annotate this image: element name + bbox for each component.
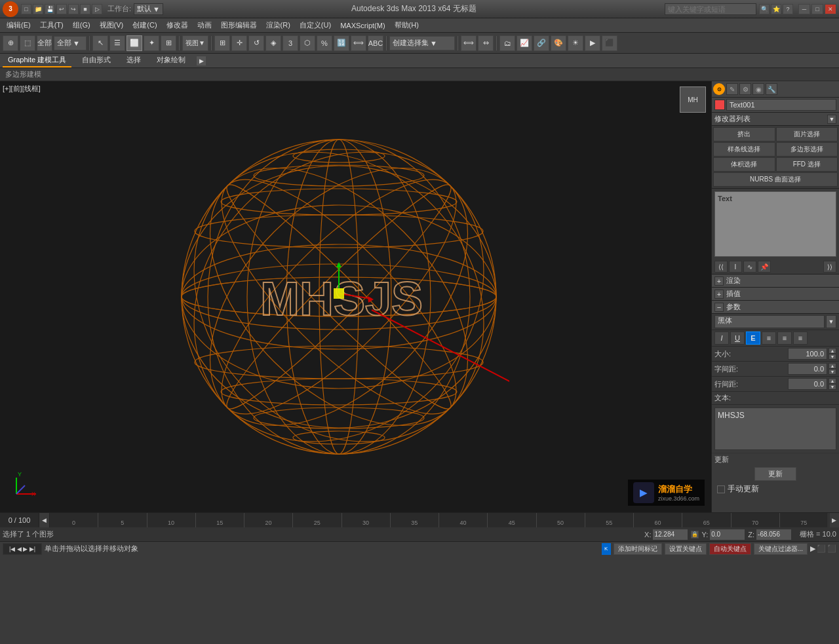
mod-ffd-select[interactable]: FFD 选择 <box>776 157 838 172</box>
display-panel-icon[interactable]: ◉ <box>752 83 764 95</box>
text-input-area[interactable]: MHSJS <box>714 407 836 450</box>
update-button[interactable]: 更新 <box>754 467 796 481</box>
leading-value[interactable]: 0.0 <box>788 378 827 390</box>
minimize-btn[interactable]: ─ <box>798 4 810 14</box>
mini-icon-3[interactable]: ⬛ <box>827 544 836 553</box>
spline-icon[interactable]: ∿ <box>743 261 756 273</box>
prev-icon[interactable]: ⟨⟨ <box>714 261 728 273</box>
align-btn[interactable]: ⇔ <box>478 35 494 51</box>
select-object[interactable]: ↖ <box>92 35 108 51</box>
percent-tool[interactable]: % <box>317 35 332 51</box>
mod-extrude[interactable]: 挤出 <box>713 127 775 142</box>
align-right[interactable]: ≡ <box>793 331 808 345</box>
lock-icon[interactable]: 🔒 <box>691 531 699 539</box>
render-last[interactable]: ⬛ <box>602 35 617 51</box>
playback-controls[interactable]: |◀ ◀ ▶ ▶| <box>3 543 42 555</box>
modify-panel-icon[interactable]: ✎ <box>726 83 738 95</box>
tracking-value[interactable]: 0.0 <box>788 363 827 375</box>
style-italic[interactable]: I <box>714 331 729 345</box>
size-down[interactable]: ▼ <box>829 354 836 360</box>
rotate-tool[interactable]: ↺ <box>248 35 264 51</box>
render-section-header[interactable]: + 渲染 <box>712 275 839 288</box>
move-tool[interactable]: ✛ <box>231 35 247 51</box>
align-center[interactable]: ≡ <box>777 331 792 345</box>
interpolation-section-header[interactable]: + 插值 <box>712 288 839 301</box>
object-name-field[interactable] <box>726 99 836 111</box>
mod-nurbs-select[interactable]: NURBS 曲面选择 <box>713 172 838 187</box>
utility-panel-icon[interactable]: 🔧 <box>766 83 777 95</box>
mini-icon-1[interactable]: ▶ <box>810 544 815 553</box>
autokey-btn[interactable]: 自动关键点 <box>709 543 751 555</box>
x-input[interactable]: 12.284 <box>652 529 688 540</box>
tab-freeform[interactable]: 自由形式 <box>77 54 116 67</box>
timeline-prev-btn[interactable]: ◀ <box>39 513 50 527</box>
mod-patch-select[interactable]: 面片选择 <box>776 127 838 142</box>
modifier-list-arrow[interactable]: ▼ <box>827 115 836 124</box>
select-tool[interactable]: ⊕ <box>3 35 18 51</box>
undo-icon[interactable]: ↩ <box>56 4 67 14</box>
size-value[interactable]: 100.0 <box>788 348 827 360</box>
render-frame[interactable]: ▶ <box>585 35 600 51</box>
pin-icon[interactable]: 📌 <box>758 261 771 273</box>
set-keyframe-btn[interactable]: 设置关键点 <box>665 543 707 555</box>
redo-icon[interactable]: ↪ <box>68 4 79 14</box>
modifier-list-header[interactable]: 修改器列表 ▼ <box>712 113 839 126</box>
select-all[interactable]: 全部 <box>37 35 52 51</box>
mini-icon-2[interactable]: ⬛ <box>817 544 826 553</box>
scale-tool[interactable]: ◈ <box>265 35 281 51</box>
menu-group[interactable]: 组(G) <box>69 19 94 31</box>
rz-tool[interactable]: 3 <box>283 35 298 51</box>
snap-toggle[interactable]: ⊞ <box>214 35 230 51</box>
mirror-btn[interactable]: ⟺ <box>461 35 477 51</box>
style-underline[interactable]: U <box>730 331 745 345</box>
font-dropdown[interactable]: 黑体 <box>714 315 825 328</box>
menu-modifiers[interactable]: 修改器 <box>163 19 192 31</box>
menu-help[interactable]: 帮助(H) <box>391 19 423 31</box>
y-input[interactable]: 0.0 <box>709 529 745 540</box>
open-icon[interactable]: 📁 <box>33 4 43 14</box>
region-select[interactable]: ⬚ <box>20 35 35 51</box>
menu-tools[interactable]: 工具(T) <box>36 19 68 31</box>
render-setup[interactable]: ☀ <box>568 35 583 51</box>
mod-vol-select[interactable]: 体积选择 <box>713 157 775 172</box>
leading-up[interactable]: ▲ <box>829 378 836 384</box>
motion-panel-icon[interactable]: ⊙ <box>713 83 725 95</box>
spinner-snaps[interactable]: 🔢 <box>334 35 349 51</box>
keyframe-indicator[interactable]: K <box>602 543 611 555</box>
rect-select[interactable]: ⬜ <box>127 35 142 51</box>
align-left[interactable]: ≡ <box>762 331 776 345</box>
search-icon[interactable]: 🔍 <box>759 4 770 14</box>
fetch-icon[interactable]: ▷ <box>92 4 102 14</box>
filter-dropdown[interactable]: Graphite 建模工具 全部 ▼ <box>54 36 87 50</box>
menu-animation[interactable]: 动画 <box>193 19 216 31</box>
font-arrow[interactable]: ▼ <box>826 315 836 328</box>
mod-poly-select[interactable]: 多边形选择 <box>776 142 838 157</box>
view-dropdown[interactable]: 视图▼ <box>182 35 208 51</box>
select-by-name[interactable]: ☰ <box>109 35 125 51</box>
timeline-counter[interactable]: 0 / 100 <box>0 513 39 527</box>
pivot-tool[interactable]: ⬡ <box>300 35 315 51</box>
curve-editor[interactable]: 📈 <box>517 35 532 51</box>
tab-graphite[interactable]: Graphite 建模工具 <box>3 54 71 67</box>
schematic-view[interactable]: 🔗 <box>534 35 549 51</box>
object-color-btn[interactable] <box>714 100 725 110</box>
new-icon[interactable]: □ <box>21 4 31 14</box>
close-btn[interactable]: ✕ <box>825 4 836 14</box>
paint-select[interactable]: ⊞ <box>161 35 176 51</box>
menu-maxscript[interactable]: MAXScript(M) <box>336 20 389 31</box>
toolbar2-arrow[interactable]: ▶ <box>196 56 206 66</box>
bookmark-icon[interactable]: ⭐ <box>771 4 781 14</box>
mirror-tool[interactable]: ⟺ <box>351 35 366 51</box>
menu-create[interactable]: 创建(C) <box>128 19 161 31</box>
style-bold-e[interactable]: E <box>746 331 760 345</box>
timeline-next-btn[interactable]: ▶ <box>829 513 839 527</box>
add-time-tag-btn[interactable]: 添加时间标记 <box>614 543 662 555</box>
timeline-track[interactable]: 0 5 10 15 20 25 30 35 40 45 50 55 60 65 … <box>50 513 829 527</box>
help-icon[interactable]: ? <box>783 4 793 14</box>
maximize-btn[interactable]: □ <box>811 4 823 14</box>
menu-edit[interactable]: 编辑(E) <box>3 19 35 31</box>
menu-graph-editors[interactable]: 图形编辑器 <box>217 19 261 31</box>
named-selection[interactable]: 创建选择集 ▼ <box>389 36 455 50</box>
align-tool[interactable]: ABC <box>368 35 383 51</box>
next-icon[interactable]: ⟩⟩ <box>823 261 836 273</box>
